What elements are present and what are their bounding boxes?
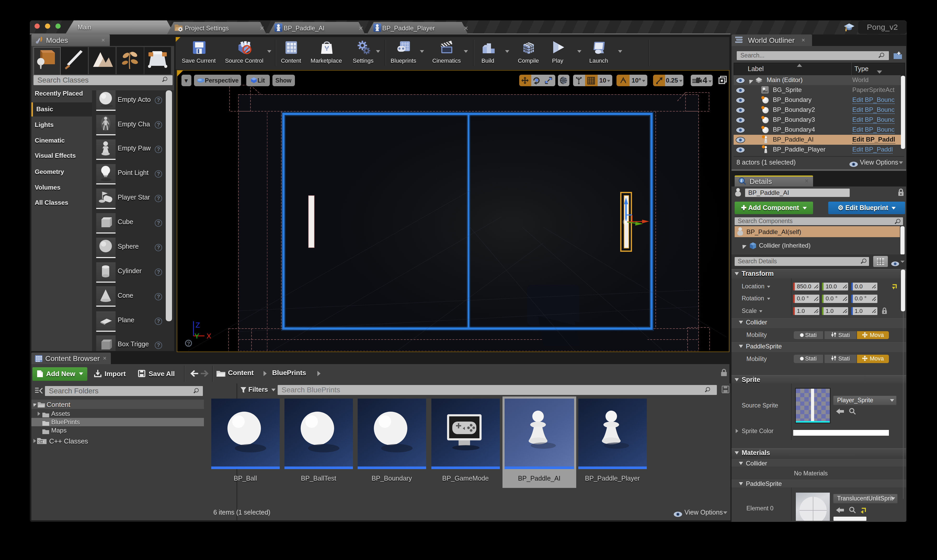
svg-text:Y: Y — [195, 332, 199, 340]
svg-text:C++: C++ — [39, 440, 44, 443]
svg-text:Z: Z — [196, 321, 200, 329]
svg-text:?: ? — [187, 341, 190, 346]
